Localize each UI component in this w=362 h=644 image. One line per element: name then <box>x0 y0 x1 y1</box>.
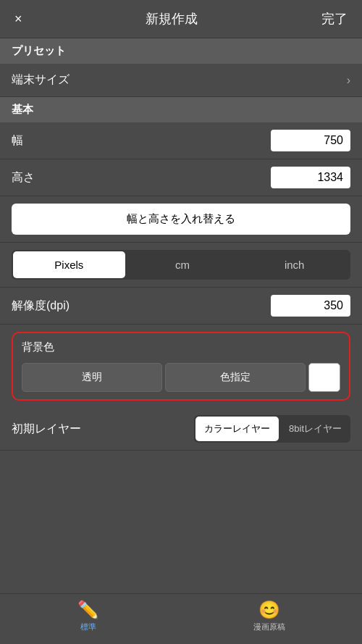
color-swatch-button[interactable]: 色 <box>308 363 340 392</box>
layer-label: 初期レイヤー <box>12 422 81 437</box>
basic-section-header: 基本 <box>0 97 362 122</box>
unit-inch-button[interactable]: inch <box>238 250 350 280</box>
page-title: 新規作成 <box>146 10 198 28</box>
standard-label: 標準 <box>80 622 96 632</box>
basic-header-label: 基本 <box>12 103 33 115</box>
resolution-input[interactable] <box>271 295 350 317</box>
unit-pixels-button[interactable]: Pixels <box>13 251 125 278</box>
height-row: 高さ <box>0 159 362 196</box>
bg-section-label: 背景色 <box>22 340 54 353</box>
done-button[interactable]: 完了 <box>321 10 348 28</box>
width-row: 幅 <box>0 122 362 159</box>
header: × 新規作成 完了 <box>0 0 362 38</box>
device-size-row[interactable]: 端末サイズ › <box>0 64 362 97</box>
preset-header-label: プリセット <box>12 44 66 57</box>
manga-icon: 😊 <box>258 600 280 620</box>
color-specify-button[interactable]: 色指定 <box>165 363 306 392</box>
background-color-section: 背景色 透明 色指定 色 <box>12 332 350 401</box>
chevron-right-icon: › <box>347 74 350 87</box>
color-layer-button[interactable]: カラーレイヤー <box>195 417 279 441</box>
transparent-button[interactable]: 透明 <box>22 363 162 392</box>
standard-icon: ✏️ <box>77 600 99 620</box>
resolution-label: 解像度(dpi) <box>12 298 70 314</box>
unit-segmented-container: Pixels cm inch <box>0 243 362 288</box>
swap-button-container: 幅と高さを入れ替える <box>0 196 362 243</box>
width-label: 幅 <box>12 133 23 149</box>
height-label: 高さ <box>12 170 35 185</box>
bg-section-header: 背景色 <box>13 333 349 359</box>
unit-segmented-control: Pixels cm inch <box>12 250 350 280</box>
bit-layer-button[interactable]: 8bitレイヤー <box>280 415 350 443</box>
tab-bar: ✏️ 標準 😊 漫画原稿 <box>0 593 362 644</box>
layer-segmented-control: カラーレイヤー 8bitレイヤー <box>194 415 350 443</box>
height-input[interactable] <box>271 167 350 188</box>
width-input[interactable] <box>271 130 350 151</box>
layer-row: 初期レイヤー カラーレイヤー 8bitレイヤー <box>0 408 362 451</box>
unit-cm-button[interactable]: cm <box>127 250 239 280</box>
tab-standard[interactable]: ✏️ 標準 <box>77 600 99 632</box>
main-content: プリセット 端末サイズ › 基本 幅 高さ 幅と高さを入れ替える Pixels … <box>0 38 362 593</box>
swap-dimensions-button[interactable]: 幅と高さを入れ替える <box>12 204 350 235</box>
close-button[interactable]: × <box>14 12 22 27</box>
device-size-label: 端末サイズ <box>12 72 70 88</box>
bg-segmented-control: 透明 色指定 色 <box>13 359 349 399</box>
resolution-row: 解像度(dpi) <box>0 288 362 325</box>
preset-section-header: プリセット <box>0 38 362 64</box>
tab-manga[interactable]: 😊 漫画原稿 <box>253 600 285 632</box>
manga-label: 漫画原稿 <box>253 622 285 632</box>
